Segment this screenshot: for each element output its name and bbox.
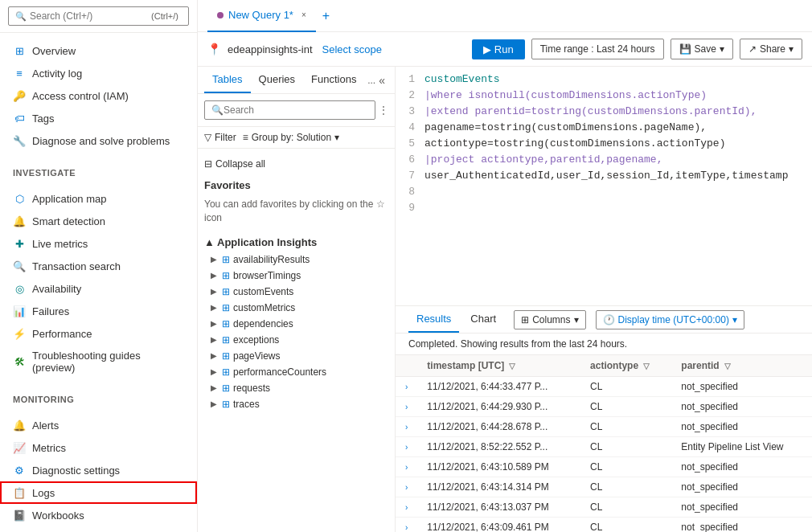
table-item-traces[interactable]: ▶ ⊞ traces xyxy=(204,396,388,412)
search-icon: 🔍 xyxy=(15,11,27,22)
code-editor[interactable]: 1 customEvents 2 |where isnotnull(custom… xyxy=(396,67,812,306)
tab-chart[interactable]: Chart xyxy=(462,306,504,333)
save-icon: 💾 xyxy=(679,43,691,55)
save-button[interactable]: 💾 Save ▾ xyxy=(671,39,733,59)
row-expand-icon[interactable]: › xyxy=(405,483,408,492)
table-name: dependencies xyxy=(233,318,293,329)
sidebar-search-input[interactable] xyxy=(30,10,151,22)
tab-results[interactable]: Results xyxy=(408,306,459,333)
row-expand-icon[interactable]: › xyxy=(405,523,408,532)
line-number: 5 xyxy=(396,137,424,153)
sidebar-item-diagnose[interactable]: 🔧 Diagnose and solve problems xyxy=(0,129,197,152)
actiontype-column-header[interactable]: actiontype ▽ xyxy=(580,355,671,377)
save-label: Save xyxy=(695,43,716,55)
line-content: |where isnotnull(customDimensions.action… xyxy=(424,89,812,105)
tab-tables[interactable]: Tables xyxy=(204,67,251,93)
sidebar-item-alerts[interactable]: 🔔 Alerts xyxy=(0,414,197,436)
tree-expand-icon: ▶ xyxy=(211,399,219,408)
sidebar-search-box[interactable]: 🔍 (Ctrl+/) xyxy=(8,6,189,26)
parentid-filter-icon[interactable]: ▽ xyxy=(724,362,731,370)
sidebar-item-availability[interactable]: ◎ Availability xyxy=(0,277,197,300)
row-expand-icon[interactable]: › xyxy=(405,423,408,432)
sidebar-item-performance[interactable]: ⚡ Performance xyxy=(0,322,197,345)
table-item-requests[interactable]: ▶ ⊞ requests xyxy=(204,380,388,396)
row-expand-icon[interactable]: › xyxy=(405,383,408,391)
sidebar-top-nav: ⊞ Overview ≡ Activity log 🔑 Access contr… xyxy=(0,33,197,158)
workbooks-icon: 📓 xyxy=(13,509,26,522)
row-expand-icon[interactable]: › xyxy=(405,463,408,472)
row-expand-icon[interactable]: › xyxy=(405,443,408,452)
tab-queries[interactable]: Queries xyxy=(251,67,304,93)
sidebar-item-tags[interactable]: 🏷 Tags xyxy=(0,107,197,129)
tables-more-icon[interactable]: ... xyxy=(367,75,375,86)
collapse-all-button[interactable]: ⊟ Collapse all xyxy=(204,155,388,173)
tables-search-options-icon[interactable]: ⋮ xyxy=(379,104,388,116)
cell-timestamp: 11/12/2021, 6:43:13.037 PM xyxy=(417,497,580,518)
sidebar-item-transaction-search[interactable]: 🔍 Transaction search xyxy=(0,255,197,277)
cell-parentid: not_specified xyxy=(671,377,812,397)
sidebar-item-access-control[interactable]: 🔑 Access control (IAM) xyxy=(0,84,197,107)
table-row[interactable]: › 11/12/2021, 6:43:09.461 PM CL not_spec… xyxy=(396,518,812,533)
cell-timestamp: 11/12/2021, 6:43:10.589 PM xyxy=(417,457,580,477)
timestamp-column-header[interactable]: timestamp [UTC] ▽ xyxy=(417,355,580,377)
table-icon: ⊞ xyxy=(222,270,230,281)
table-row[interactable]: › 11/12/2021, 6:44:33.477 P... CL not_sp… xyxy=(396,377,812,397)
tables-search-input[interactable] xyxy=(224,104,368,116)
tab-functions[interactable]: Functions xyxy=(303,67,364,93)
share-button[interactable]: ↗ Share ▾ xyxy=(740,39,802,59)
table-row[interactable]: › 11/12/2021, 6:44:29.930 P... CL not_sp… xyxy=(396,397,812,417)
run-button[interactable]: ▶ Run xyxy=(472,39,524,59)
actiontype-filter-icon[interactable]: ▽ xyxy=(643,362,650,370)
tables-panel-collapse-button[interactable]: « xyxy=(375,71,388,90)
sidebar-item-diagnostic-settings[interactable]: ⚙ Diagnostic settings xyxy=(0,459,197,481)
tab-close-icon[interactable]: × xyxy=(301,10,306,19)
sidebar-item-live-metrics[interactable]: ✚ Live metrics xyxy=(0,232,197,255)
table-row[interactable]: › 11/12/2021, 6:43:10.589 PM CL not_spec… xyxy=(396,457,812,477)
table-item-dependencies[interactable]: ▶ ⊞ dependencies xyxy=(204,316,388,332)
table-row[interactable]: › 11/12/2021, 6:44:28.678 P... CL not_sp… xyxy=(396,417,812,437)
tab-add-button[interactable]: + xyxy=(322,9,330,23)
sidebar-item-metrics[interactable]: 📈 Metrics xyxy=(0,436,197,459)
table-row[interactable]: › 11/12/2021, 6:43:13.037 PM CL not_spec… xyxy=(396,497,812,518)
parentid-column-header[interactable]: parentid ▽ xyxy=(671,355,812,377)
table-row[interactable]: › 11/12/2021, 8:52:22.552 P... CL Entity… xyxy=(396,437,812,457)
code-line-2: 2 |where isnotnull(customDimensions.acti… xyxy=(396,89,812,105)
table-item-exceptions[interactable]: ▶ ⊞ exceptions xyxy=(204,332,388,348)
tables-search-box[interactable]: 🔍 xyxy=(204,100,375,120)
sidebar-item-logs[interactable]: 📋 Logs xyxy=(0,481,197,504)
table-name: customEvents xyxy=(233,286,293,297)
columns-button[interactable]: ⊞ Columns ▾ xyxy=(514,310,585,329)
table-item-custom-events[interactable]: ▶ ⊞ customEvents xyxy=(204,284,388,300)
metrics-icon: 📈 xyxy=(13,441,26,454)
diagnostic-settings-icon: ⚙ xyxy=(13,464,26,477)
sidebar-item-overview[interactable]: ⊞ Overview xyxy=(0,39,197,62)
line-number: 4 xyxy=(396,121,424,137)
timestamp-filter-icon[interactable]: ▽ xyxy=(509,362,515,370)
sidebar-item-activity-log[interactable]: ≡ Activity log xyxy=(0,62,197,84)
table-name: customMetrics xyxy=(233,302,295,313)
line-number: 8 xyxy=(396,186,424,202)
filter-button[interactable]: ▽ Filter xyxy=(204,132,236,143)
select-scope-button[interactable]: Select scope xyxy=(322,43,382,55)
table-item-performance-counters[interactable]: ▶ ⊞ performanceCounters xyxy=(204,364,388,380)
filter-label: Filter xyxy=(215,132,236,143)
table-item-page-views[interactable]: ▶ ⊞ pageViews xyxy=(204,348,388,364)
table-row[interactable]: › 11/12/2021, 6:43:14.314 PM CL not_spec… xyxy=(396,477,812,497)
sidebar-item-troubleshooting[interactable]: 🛠 Troubleshooting guides (preview) xyxy=(0,345,197,379)
display-time-button[interactable]: 🕐 Display time (UTC+00:00) ▾ xyxy=(596,310,744,329)
sidebar-item-workbooks[interactable]: 📓 Workbooks xyxy=(0,504,197,526)
query-tab-new-query[interactable]: New Query 1* × xyxy=(207,0,316,32)
group-by-button[interactable]: ≡ Group by: Solution ▾ xyxy=(243,132,339,143)
line-content xyxy=(424,186,812,202)
row-expand-icon[interactable]: › xyxy=(405,403,408,411)
sidebar-item-app-map[interactable]: ⬡ Application map xyxy=(0,187,197,210)
row-expand-icon[interactable]: › xyxy=(405,503,408,512)
time-range-selector[interactable]: Time range : Last 24 hours xyxy=(531,39,664,59)
table-item-availability-results[interactable]: ▶ ⊞ availabilityResults xyxy=(204,252,388,268)
sidebar-item-failures[interactable]: 📊 Failures xyxy=(0,300,197,322)
sidebar-item-smart-detection[interactable]: 🔔 Smart detection xyxy=(0,210,197,232)
table-item-custom-metrics[interactable]: ▶ ⊞ customMetrics xyxy=(204,300,388,316)
table-item-browser-timings[interactable]: ▶ ⊞ browserTimings xyxy=(204,268,388,284)
table-name: exceptions xyxy=(233,334,279,346)
results-table-container: timestamp [UTC] ▽ actiontype ▽ xyxy=(396,355,812,532)
